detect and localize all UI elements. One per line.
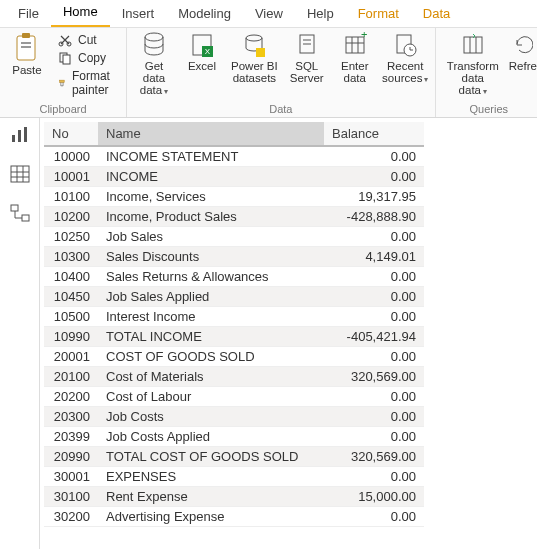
column-header-name[interactable]: Name [98,122,324,146]
menu-data[interactable]: Data [411,2,462,27]
enter-data-button[interactable]: + Enter data [336,32,374,84]
datasets-icon [242,32,266,58]
table-row[interactable]: 10000INCOME STATEMENT0.00 [44,146,424,167]
cell-balance: 320,569.00 [324,367,424,387]
svg-point-13 [246,35,262,41]
svg-rect-28 [12,135,15,142]
model-view-button[interactable] [10,204,30,225]
copy-button[interactable]: Copy [56,50,118,66]
chart-icon [10,126,30,144]
table-row[interactable]: 30200Advertising Expense0.00 [44,507,424,527]
copy-icon [58,51,72,65]
menu-home[interactable]: Home [51,0,110,27]
excel-icon: X [190,32,214,58]
menu-format[interactable]: Format [346,2,411,27]
svg-text:+: + [361,32,367,40]
table-row[interactable]: 10100Income, Services19,317.95 [44,187,424,207]
refresh-icon [513,32,533,58]
cell-name: Job Costs [98,407,324,427]
cell-balance: 0.00 [324,347,424,367]
table-row[interactable]: 30001EXPENSES0.00 [44,467,424,487]
cut-button[interactable]: Cut [56,32,118,48]
table-row[interactable]: 10200Income, Product Sales-428,888.90 [44,207,424,227]
cell-no: 20200 [44,387,98,407]
cut-label: Cut [78,33,97,47]
svg-rect-36 [11,205,18,211]
cell-no: 20001 [44,347,98,367]
table-row[interactable]: 20001COST OF GOODS SOLD0.00 [44,347,424,367]
table-icon [10,165,30,183]
cell-no: 10000 [44,146,98,167]
database-icon [142,32,166,58]
cell-no: 30001 [44,467,98,487]
group-label-queries: Queries [444,103,534,117]
cell-balance: 0.00 [324,387,424,407]
cell-no: 20399 [44,427,98,447]
excel-button[interactable]: X Excel [183,32,221,72]
menu-bar: FileHomeInsertModelingViewHelpFormatData [0,0,537,28]
cell-no: 20100 [44,367,98,387]
svg-rect-1 [22,33,30,38]
column-header-no[interactable]: No [44,122,98,146]
svg-rect-3 [21,46,31,48]
table-row[interactable]: 20990TOTAL COST OF GOODS SOLD320,569.00 [44,447,424,467]
transform-data-button[interactable]: Transform datadata▾ [444,32,502,98]
format-painter-button[interactable]: Format painter [56,68,118,98]
menu-insert[interactable]: Insert [110,2,167,27]
table-row[interactable]: 20300Job Costs0.00 [44,407,424,427]
ribbon-group-queries: Transform datadata▾ Refre Queries [435,28,537,117]
table-row[interactable]: 10990TOTAL INCOME-405,421.94 [44,327,424,347]
cell-balance: 0.00 [324,287,424,307]
cell-name: INCOME STATEMENT [98,146,324,167]
menu-modeling[interactable]: Modeling [166,2,243,27]
data-view-button[interactable] [10,165,30,186]
table-row[interactable]: 10001INCOME0.00 [44,167,424,187]
cell-balance: 0.00 [324,427,424,447]
ribbon: Paste Cut Copy Format painter Clipboard [0,28,537,118]
cell-balance: 0.00 [324,467,424,487]
svg-rect-30 [24,127,27,142]
cell-name: Job Sales Applied [98,287,324,307]
svg-rect-7 [63,55,70,64]
menu-help[interactable]: Help [295,2,346,27]
cell-name: Cost of Labour [98,387,324,407]
cell-name: Cost of Materials [98,367,324,387]
cell-balance: 0.00 [324,407,424,427]
report-view-button[interactable] [10,126,30,147]
table-row[interactable]: 10300Sales Discounts4,149.01 [44,247,424,267]
paste-label: Paste [12,64,41,76]
table-row[interactable]: 10250Job Sales0.00 [44,227,424,247]
ribbon-group-clipboard: Paste Cut Copy Format painter Clipboard [0,28,126,117]
cell-balance: 4,149.01 [324,247,424,267]
cell-balance: 19,317.95 [324,187,424,207]
get-data-button[interactable]: Get datadata▾ [135,32,173,98]
refresh-button[interactable]: Refre [512,32,534,72]
sql-server-button[interactable]: SQL Server [288,32,326,84]
cell-name: Rent Expense [98,487,324,507]
cell-no: 30100 [44,487,98,507]
table-row[interactable]: 10450Job Sales Applied0.00 [44,287,424,307]
table-row[interactable]: 10400Sales Returns & Allowances0.00 [44,267,424,287]
menu-view[interactable]: View [243,2,295,27]
cell-name: Job Costs Applied [98,427,324,447]
data-table: No Name Balance 10000INCOME STATEMENT0.0… [44,122,424,527]
column-header-balance[interactable]: Balance [324,122,424,146]
table-row[interactable]: 10500Interest Income0.00 [44,307,424,327]
table-row[interactable]: 20100Cost of Materials320,569.00 [44,367,424,387]
pbi-datasets-button[interactable]: Power BI datasets [231,32,278,84]
cell-balance: 15,000.00 [324,487,424,507]
paste-button[interactable]: Paste [8,32,46,76]
cell-no: 20990 [44,447,98,467]
recent-sources-button[interactable]: Recent sources▾ [384,32,427,86]
cell-no: 20300 [44,407,98,427]
page-icon [295,32,319,58]
recent-icon [393,32,417,58]
table-row[interactable]: 30100Rent Expense15,000.00 [44,487,424,507]
menu-file[interactable]: File [6,2,51,27]
cell-balance: 320,569.00 [324,447,424,467]
cell-name: Advertising Expense [98,507,324,527]
table-row[interactable]: 20399Job Costs Applied0.00 [44,427,424,447]
table-row[interactable]: 20200Cost of Labour0.00 [44,387,424,407]
cell-no: 10250 [44,227,98,247]
group-label-clipboard: Clipboard [8,103,118,117]
